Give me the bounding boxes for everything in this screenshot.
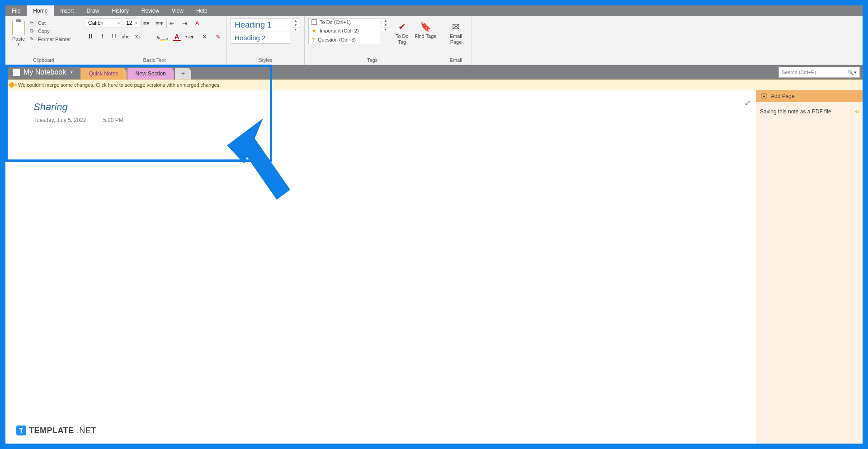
font-select[interactable]: Calibri ▾	[86, 18, 122, 28]
tab-new-section[interactable]: New Section	[127, 68, 174, 80]
star-icon: ★	[311, 27, 317, 34]
copy-button[interactable]: ⧉ Copy	[30, 28, 71, 34]
clear-format-button[interactable]: A	[192, 18, 203, 28]
group-styles: Heading 1 Heading 2 ▴ ▾ ▾ Styles	[227, 16, 305, 65]
search-placeholder: Search (Ctrl+E)	[782, 70, 816, 75]
bold-button[interactable]: B	[86, 32, 95, 41]
chevron-up-icon[interactable]: ▴	[292, 19, 299, 23]
notebook-picker[interactable]: My Notebook ▼	[5, 65, 80, 80]
format-brush-button[interactable]: ✎	[212, 32, 223, 42]
styles-gallery[interactable]: Heading 1 Heading 2	[231, 18, 290, 44]
font-size-select[interactable]: 12 ▾	[124, 18, 139, 28]
group-basic-text-label: Basic Text	[86, 56, 223, 65]
menu-review[interactable]: Review	[135, 5, 165, 16]
group-clipboard: Paste ▼ ✂ Cut ⧉ Copy ✎ Format Painter	[5, 16, 82, 65]
tags-gallery[interactable]: To Do (Ctrl+1) ★Important (Ctrl+2) ?Ques…	[308, 18, 380, 44]
search-input[interactable]: Search (Ctrl+E) 🔍▾	[778, 67, 860, 78]
font-size-value: 12	[126, 20, 132, 26]
subscript-button[interactable]: X₂	[133, 32, 142, 41]
group-clipboard-label: Clipboard	[9, 56, 78, 65]
menu-draw[interactable]: Draw	[80, 5, 105, 16]
more-icon[interactable]: ▾	[382, 28, 389, 32]
menu-help[interactable]: Help	[190, 5, 214, 16]
group-tags: To Do (Ctrl+1) ★Important (Ctrl+2) ?Ques…	[305, 16, 440, 65]
tag-important[interactable]: ★Important (Ctrl+2)	[309, 26, 380, 35]
todo-tag-label: To Do Tag	[391, 33, 413, 45]
find-tags-label: Find Tags	[415, 33, 436, 39]
ribbon: Paste ▼ ✂ Cut ⧉ Copy ✎ Format Painter	[5, 16, 863, 65]
add-page-button[interactable]: + Add Page	[756, 90, 863, 102]
email-page-button[interactable]: ✉ Email Page	[445, 18, 467, 45]
styles-scroll[interactable]: ▴ ▾ ▾	[292, 18, 299, 32]
paste-button[interactable]: Paste ▼	[9, 18, 28, 47]
watermark-suffix: .NET	[77, 426, 96, 435]
cut-button[interactable]: ✂ Cut	[30, 20, 71, 26]
page-date: Tuesday, July 5, 2022	[33, 117, 86, 123]
group-tags-label: Tags	[308, 56, 436, 65]
sync-conflict-icon: ⟲	[854, 108, 859, 115]
delete-button[interactable]: ✕	[199, 32, 210, 42]
merge-warning-text: We couldn't merge some changes. Click he…	[18, 82, 221, 88]
page-list-item[interactable]: Saving this note as a PDF file ⟲	[756, 107, 863, 117]
chevron-down-icon[interactable]: ▾	[382, 23, 389, 28]
bullets-button[interactable]: ≡▾	[141, 18, 152, 28]
group-basic-text: Calibri ▾ 12 ▾ ≡▾ ≣▾ ⇤ ⇥ A B I U	[82, 16, 227, 65]
highlight-swatch	[160, 39, 166, 41]
chevron-down-icon: ▾	[166, 37, 168, 41]
style-heading1[interactable]: Heading 1	[231, 19, 290, 32]
menu-home[interactable]: Home	[27, 5, 54, 16]
watermark: T TEMPLATE.NET	[16, 426, 96, 435]
watermark-logo-icon: T	[16, 426, 26, 435]
font-value: Calibri	[88, 20, 104, 26]
search-icon: 🔍▾	[848, 70, 857, 75]
paintbrush-icon: ✎	[30, 36, 36, 42]
tab-quick-notes[interactable]: Quick Notes	[80, 68, 126, 80]
chevron-down-icon: ▼	[70, 70, 73, 75]
group-email-label: Email	[444, 56, 468, 65]
underline-button[interactable]: U	[109, 32, 118, 41]
group-email: ✉ Email Page Email	[440, 16, 472, 65]
style-heading2[interactable]: Heading 2	[231, 32, 290, 43]
add-section-button[interactable]: ＋	[175, 68, 191, 80]
outdent-button[interactable]: ⇤	[166, 18, 177, 28]
email-page-label: Email Page	[445, 33, 467, 45]
menu-insert[interactable]: Insert	[54, 5, 80, 16]
highlight-button[interactable]: ✎▾	[156, 32, 168, 41]
menu-file[interactable]: File	[5, 5, 27, 16]
italic-button[interactable]: I	[98, 32, 107, 41]
paste-label: Paste	[12, 36, 25, 42]
fullscreen-icon[interactable]: ⤢	[745, 98, 750, 107]
menu-view[interactable]: View	[165, 5, 190, 16]
tag-important-label: Important (Ctrl+2)	[320, 28, 359, 33]
todo-tag-button[interactable]: ✔ To Do Tag	[391, 18, 413, 45]
paste-icon	[12, 21, 25, 35]
copy-label: Copy	[38, 28, 50, 34]
format-painter-label: Format Painter	[38, 37, 71, 42]
chevron-down-icon[interactable]: ▾	[292, 23, 299, 28]
merge-warning-bar[interactable]: We couldn't merge some changes. Click he…	[5, 80, 863, 90]
copy-icon: ⧉	[30, 28, 36, 34]
add-page-label: Add Page	[771, 93, 795, 99]
strike-button[interactable]: abc	[121, 32, 130, 41]
page-canvas[interactable]: Sharing Tuesday, July 5, 2022 5:00 PM ⤢ …	[5, 90, 863, 444]
chevron-down-icon: ▾	[118, 21, 120, 25]
more-icon[interactable]: ▾	[292, 28, 299, 32]
chevron-up-icon[interactable]: ▴	[382, 19, 389, 23]
tag-todo[interactable]: To Do (Ctrl+1)	[309, 19, 380, 26]
numbering-button[interactable]: ≣▾	[154, 18, 165, 28]
page-header: Sharing Tuesday, July 5, 2022 5:00 PM	[31, 101, 189, 123]
format-painter-button[interactable]: ✎ Format Painter	[30, 36, 71, 42]
find-tags-button[interactable]: 🔖 Find Tags	[415, 18, 436, 39]
scissors-icon: ✂	[30, 20, 36, 26]
plus-icon: +	[761, 93, 767, 99]
page-title-input[interactable]: Sharing	[31, 101, 189, 114]
indent-button[interactable]: ⇥	[179, 18, 190, 28]
notebook-bar: My Notebook ▼ Quick Notes New Section ＋ …	[5, 65, 863, 80]
tag-question[interactable]: ?Question (Ctrl+3)	[309, 35, 380, 44]
watermark-brand: TEMPLATE	[29, 426, 74, 435]
book-icon	[13, 69, 20, 76]
checkbox-icon	[311, 19, 317, 25]
font-color-button[interactable]: A▾	[171, 32, 183, 41]
tags-scroll[interactable]: ▴ ▾ ▾	[382, 18, 389, 32]
menu-history[interactable]: History	[105, 5, 135, 16]
